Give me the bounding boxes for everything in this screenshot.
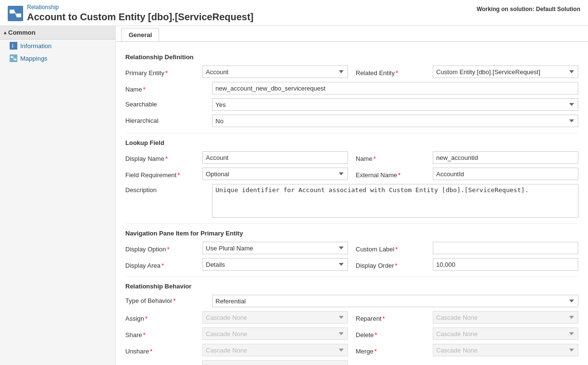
delete-col: Delete* Cascade None — [356, 327, 578, 340]
sidebar-item-information-label: Information — [20, 42, 52, 50]
delete-label: Delete* — [356, 329, 433, 339]
sidebar-item-mappings-label: Mappings — [20, 55, 47, 62]
unshare-select[interactable]: Cascade None — [202, 344, 348, 356]
app-container: Relationship Account to Custom Entity [d… — [0, 0, 588, 365]
form-content: Relationship Definition Primary Entity* … — [116, 42, 588, 365]
delete-select[interactable]: Cascade None — [433, 327, 578, 340]
svg-rect-7 — [11, 56, 13, 58]
assign-reparent-row: Assign* Cascade None Reparent* Cascade N… — [125, 311, 578, 324]
assign-select[interactable]: Cascade None — [202, 311, 348, 324]
rollup-view-right-col — [356, 360, 578, 365]
relationship-icon — [8, 6, 23, 21]
hierarchical-select[interactable]: No — [212, 115, 578, 127]
mappings-icon — [10, 54, 17, 62]
tab-general[interactable]: General — [121, 28, 159, 41]
lookup-name-col: Name* — [356, 151, 578, 164]
share-select[interactable]: Cascade None — [202, 327, 348, 340]
name-input[interactable] — [212, 82, 578, 94]
display-area-select[interactable]: Details — [202, 258, 348, 271]
tab-bar: General — [116, 26, 588, 42]
relationship-behavior-title: Relationship Behavior — [125, 283, 578, 290]
unshare-label: Unshare* — [125, 345, 202, 355]
hierarchical-label: Hierarchical — [125, 115, 212, 124]
display-area-label: Display Area* — [125, 260, 202, 269]
merge-select[interactable]: Cascade None — [433, 344, 578, 356]
primary-related-entity-row: Primary Entity* Account Related Entity* … — [125, 65, 578, 78]
custom-label-label: Custom Label* — [356, 243, 433, 253]
description-row: Description — [125, 184, 578, 218]
assign-col: Assign* Cascade None — [125, 311, 348, 324]
description-label: Description — [125, 184, 212, 194]
page-title: Account to Custom Entity [dbo].[ServiceR… — [27, 12, 254, 23]
type-of-behavior-select[interactable]: Referential — [212, 295, 578, 307]
display-order-col: Display Order* — [356, 258, 578, 271]
breadcrumb-area: Relationship Account to Custom Entity [d… — [8, 4, 254, 23]
svg-text:i: i — [12, 43, 13, 49]
name-row: Name* — [125, 82, 578, 94]
display-option-custom-label-row: Display Option* Use Plural Name Custom L… — [125, 242, 578, 254]
description-textarea[interactable] — [212, 184, 578, 218]
sidebar-section-label: Common — [8, 29, 35, 36]
share-col: Share* Cascade None — [125, 327, 348, 340]
external-name-col: External Name* — [356, 168, 578, 180]
solution-label: Working on solution: Default Solution — [477, 4, 580, 13]
lookup-name-label: Name* — [356, 153, 433, 162]
related-entity-select[interactable]: Custom Entity [dbo].[ServiceRequest] — [433, 65, 578, 78]
navigation-pane-title: Navigation Pane Item for Primary Entity — [125, 230, 578, 237]
rollup-view-label: Rollup View* — [125, 362, 202, 365]
header: Relationship Account to Custom Entity [d… — [0, 0, 588, 26]
primary-entity-label: Primary Entity* — [125, 67, 202, 77]
share-label: Share* — [125, 329, 202, 339]
lookup-display-name-label: Display Name* — [125, 153, 202, 162]
display-option-label: Display Option* — [125, 243, 202, 253]
tab-general-label: General — [129, 31, 152, 39]
display-option-col: Display Option* Use Plural Name — [125, 242, 348, 254]
field-requirement-label: Field Requirement* — [125, 169, 202, 179]
rollup-view-select[interactable] — [202, 360, 348, 365]
searchable-row: Searchable Yes — [125, 98, 578, 111]
sidebar-section-common[interactable]: ▴ Common — [0, 26, 115, 39]
merge-col: Merge* Cascade None — [356, 344, 578, 356]
chevron-icon: ▴ — [4, 30, 6, 35]
primary-entity-select[interactable]: Account — [202, 65, 348, 78]
assign-label: Assign* — [125, 313, 202, 322]
reparent-select[interactable]: Cascade None — [433, 311, 578, 324]
searchable-select[interactable]: Yes — [212, 98, 578, 111]
svg-rect-2 — [16, 13, 21, 17]
related-entity-label: Related Entity* — [356, 67, 433, 77]
rollup-view-col: Rollup View* — [125, 360, 348, 365]
lookup-display-name-input[interactable] — [202, 151, 348, 164]
sidebar-item-information[interactable]: i Information — [0, 39, 115, 52]
hierarchical-row: Hierarchical No — [125, 115, 578, 127]
svg-rect-4 — [10, 42, 17, 50]
sidebar: ▴ Common i Information Mappings — [0, 26, 116, 365]
field-requirement-select[interactable]: Optional — [202, 168, 348, 180]
lookup-display-name-col: Display Name* — [125, 151, 348, 164]
sidebar-item-mappings[interactable]: Mappings — [0, 52, 115, 65]
merge-label: Merge* — [356, 345, 433, 355]
relationship-definition-title: Relationship Definition — [125, 53, 578, 61]
searchable-label: Searchable — [125, 98, 212, 108]
display-area-col: Display Area* Details — [125, 258, 348, 271]
unshare-col: Unshare* Cascade None — [125, 344, 348, 356]
share-delete-row: Share* Cascade None Delete* Cascade None — [125, 327, 578, 340]
name-label: Name* — [125, 83, 212, 93]
custom-label-col: Custom Label* — [356, 242, 578, 254]
reparent-label: Reparent* — [356, 313, 433, 322]
content-area: General Relationship Definition Primary … — [116, 26, 588, 365]
external-name-label: External Name* — [356, 169, 433, 179]
related-entity-col: Related Entity* Custom Entity [dbo].[Ser… — [356, 65, 578, 78]
display-name-name-row: Display Name* Name* — [125, 151, 578, 164]
primary-entity-col: Primary Entity* Account — [125, 65, 348, 78]
unshare-merge-row: Unshare* Cascade None Merge* Cascade Non… — [125, 344, 578, 356]
display-option-select[interactable]: Use Plural Name — [202, 242, 348, 254]
main-area: ▴ Common i Information Mappings — [0, 26, 588, 365]
external-name-input[interactable] — [433, 168, 578, 180]
lookup-name-input[interactable] — [433, 151, 578, 164]
lookup-field-title: Lookup Field — [125, 139, 578, 146]
custom-label-input[interactable] — [433, 242, 578, 254]
display-order-input[interactable] — [433, 258, 578, 271]
svg-rect-8 — [14, 59, 16, 60]
breadcrumb: Relationship — [27, 4, 254, 11]
reparent-col: Reparent* Cascade None — [356, 311, 578, 324]
